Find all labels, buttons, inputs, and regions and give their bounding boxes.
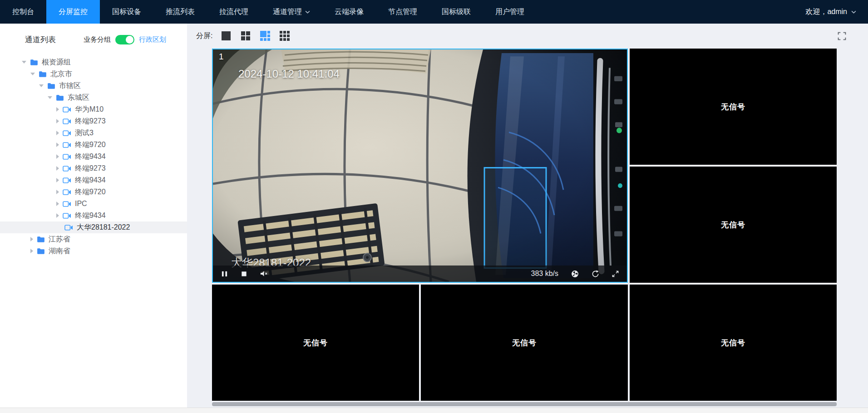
camera-icon-wrap bbox=[63, 177, 71, 183]
refresh-button[interactable] bbox=[592, 270, 599, 278]
tree-node-camera[interactable]: 华为M10 bbox=[0, 103, 187, 115]
tree-node-label: 市辖区 bbox=[59, 81, 81, 91]
muted-speaker-icon bbox=[260, 270, 268, 277]
tree-node-folder[interactable]: 北京市 bbox=[0, 68, 187, 80]
tree-caret-icon[interactable] bbox=[22, 61, 26, 64]
main-content: 分屏: bbox=[187, 24, 868, 408]
tree-node-folder[interactable]: 湖南省 bbox=[0, 245, 187, 257]
no-signal-label: 无信号 bbox=[721, 338, 745, 348]
video-pane-no-signal-4[interactable]: 无信号 bbox=[421, 285, 628, 401]
stop-button[interactable] bbox=[241, 270, 247, 277]
pause-button[interactable] bbox=[221, 270, 228, 277]
user-menu[interactable]: 欢迎，admin bbox=[805, 0, 856, 24]
tree-caret-icon[interactable] bbox=[48, 96, 52, 99]
nav-item-label: 分屏监控 bbox=[59, 7, 88, 17]
split-9-button[interactable] bbox=[279, 30, 290, 41]
tree-caret-icon[interactable] bbox=[30, 73, 35, 75]
channel-sidebar: 通道列表 业务分组 行政区划 根资源组北京市市辖区东城区华为M10终端9273测… bbox=[0, 24, 187, 408]
no-signal-label: 无信号 bbox=[303, 338, 328, 348]
tree-node-label: 根资源组 bbox=[42, 58, 71, 67]
camera-icon bbox=[63, 189, 71, 195]
expand-button[interactable] bbox=[612, 270, 619, 277]
nav-item-8[interactable]: 节点管理 bbox=[376, 0, 429, 24]
snapshot-button[interactable] bbox=[571, 270, 579, 278]
video-pane-no-signal-3[interactable]: 无信号 bbox=[212, 285, 419, 401]
folder-icon-wrap bbox=[56, 94, 64, 101]
split-options bbox=[221, 30, 290, 41]
nav-item-2[interactable]: 分屏监控 bbox=[46, 0, 100, 24]
video-pane-no-signal-2[interactable]: 无信号 bbox=[630, 167, 837, 283]
tree-node-camera[interactable]: 测试3 bbox=[0, 127, 187, 139]
tree-node-camera[interactable]: 终端9273 bbox=[0, 115, 187, 127]
nav-item-3[interactable]: 国标设备 bbox=[100, 0, 153, 24]
folder-icon bbox=[39, 71, 47, 78]
tree-node-folder[interactable]: 根资源组 bbox=[0, 56, 187, 68]
top-nav: 控制台分屏监控国标设备推流列表拉流代理通道管理云端录像节点管理国标级联用户管理 … bbox=[0, 0, 868, 24]
nav-item-9[interactable]: 国标级联 bbox=[429, 0, 483, 24]
tree-caret-icon[interactable] bbox=[56, 178, 59, 182]
tree-caret-icon[interactable] bbox=[56, 107, 59, 112]
tree-node-folder[interactable]: 市辖区 bbox=[0, 80, 187, 92]
nav-item-5[interactable]: 拉流代理 bbox=[207, 0, 261, 24]
tree-node-label: 大华28181-2022 bbox=[77, 223, 130, 232]
camera-icon-wrap bbox=[63, 142, 71, 148]
tree-node-camera[interactable]: 终端9434 bbox=[0, 174, 187, 186]
live-video-frame bbox=[213, 49, 627, 282]
folder-icon bbox=[30, 59, 38, 66]
nav-item-7[interactable]: 云端录像 bbox=[322, 0, 376, 24]
tree-node-camera[interactable]: 终端9273 bbox=[0, 162, 187, 174]
shutter-icon bbox=[571, 270, 579, 278]
player-controls: 383 kb/s bbox=[213, 266, 627, 282]
tree-caret-icon[interactable] bbox=[56, 213, 59, 218]
video-player-active[interactable]: 1 2024-10-12 10:41:04 大华28181-2022 383 k… bbox=[212, 49, 628, 283]
camera-icon-wrap bbox=[63, 189, 71, 195]
nav-item-4[interactable]: 推流列表 bbox=[153, 0, 207, 24]
tree-caret-icon[interactable] bbox=[39, 84, 44, 87]
folder-icon-wrap bbox=[37, 236, 45, 243]
tree-node-camera[interactable]: 终端9434 bbox=[0, 210, 187, 221]
tree-node-folder[interactable]: 东城区 bbox=[0, 92, 187, 103]
tree-caret-icon[interactable] bbox=[56, 166, 59, 171]
tree-caret-icon[interactable] bbox=[56, 202, 59, 206]
tree-node-camera[interactable]: 终端9720 bbox=[0, 186, 187, 198]
camera-icon bbox=[63, 130, 71, 136]
grid-scrollbar[interactable] bbox=[212, 402, 837, 406]
tree-caret-icon[interactable] bbox=[56, 143, 59, 147]
tree-node-folder[interactable]: 江苏省 bbox=[0, 233, 187, 245]
split-1-icon bbox=[221, 30, 232, 41]
page-scrollbar[interactable] bbox=[0, 408, 868, 413]
tree-node-label: 终端9720 bbox=[75, 140, 106, 150]
tree-node-label: 北京市 bbox=[50, 69, 72, 79]
fullscreen-button[interactable] bbox=[838, 32, 846, 40]
tree-caret-icon[interactable] bbox=[30, 237, 33, 241]
tree-node-camera[interactable]: 终端9434 bbox=[0, 151, 187, 162]
split-4-button[interactable] bbox=[240, 30, 251, 41]
tree-node-camera[interactable]: 终端9720 bbox=[0, 139, 187, 151]
tree-node-label: 终端9434 bbox=[75, 211, 106, 221]
split-1-button[interactable] bbox=[221, 30, 232, 41]
sidebar-title: 通道列表 bbox=[25, 34, 56, 45]
tree-caret-icon[interactable] bbox=[56, 154, 59, 159]
nav-item-1[interactable]: 控制台 bbox=[0, 0, 46, 24]
tree-caret-icon[interactable] bbox=[56, 119, 59, 123]
tree-node-camera[interactable]: IPC bbox=[0, 198, 187, 210]
no-signal-label: 无信号 bbox=[512, 338, 537, 348]
fullscreen-icon bbox=[838, 32, 846, 40]
tree-caret-icon[interactable] bbox=[56, 131, 59, 135]
camera-icon bbox=[63, 154, 71, 160]
split-toolbar: 分屏: bbox=[187, 24, 868, 44]
camera-icon bbox=[63, 107, 71, 113]
mute-button[interactable] bbox=[260, 270, 268, 277]
tree-caret-icon[interactable] bbox=[30, 249, 33, 253]
nav-item-10[interactable]: 用户管理 bbox=[483, 0, 537, 24]
video-pane-no-signal-1[interactable]: 无信号 bbox=[630, 49, 837, 165]
group-mode-toggle[interactable] bbox=[115, 35, 134, 44]
video-pane-no-signal-5[interactable]: 无信号 bbox=[630, 285, 837, 401]
split-6-button[interactable] bbox=[260, 30, 271, 41]
split-label: 分屏: bbox=[196, 31, 212, 41]
nav-item-label: 国标级联 bbox=[442, 7, 471, 17]
nav-item-6[interactable]: 通道管理 bbox=[261, 0, 322, 24]
player-controls-right: 383 kb/s bbox=[531, 270, 619, 278]
tree-node-camera[interactable]: 大华28181-2022 bbox=[0, 221, 187, 233]
tree-caret-icon[interactable] bbox=[56, 190, 59, 194]
